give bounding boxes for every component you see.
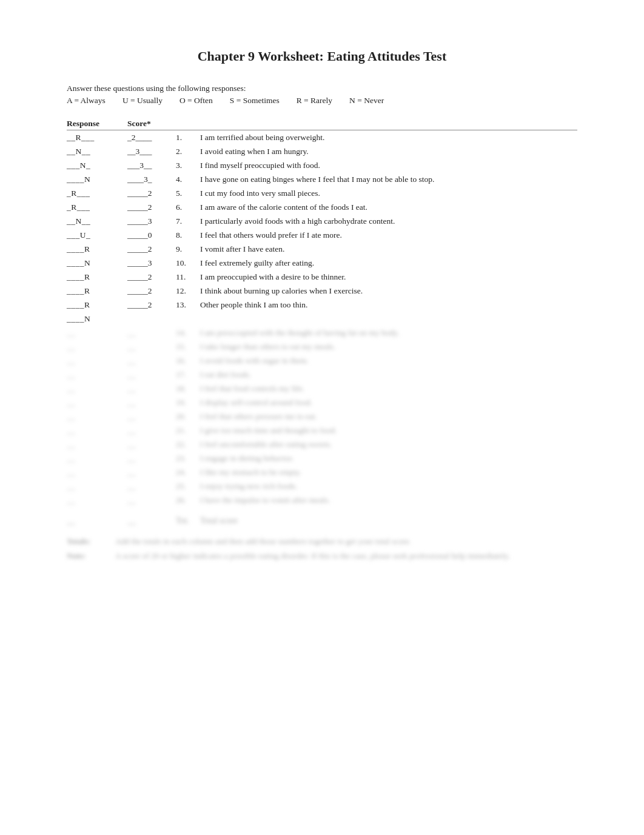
table-header: Response Score*	[67, 119, 577, 130]
row-response: ____R	[67, 244, 127, 254]
row-text: I am terrified about being overweight.	[200, 133, 577, 143]
row-num: 6.	[176, 203, 200, 212]
row-response: __	[67, 328, 127, 338]
row-text: I avoid foods with sugar in them.	[200, 356, 577, 366]
total-row: __ __ Tot. Total score	[67, 516, 577, 526]
page-title: Chapter 9 Worksheet: Eating Attitudes Te…	[67, 49, 577, 64]
row-text: I feel uncomfortable after eating sweets…	[200, 440, 577, 449]
row-response: ___N_	[67, 161, 127, 170]
row-num: 8.	[176, 230, 200, 240]
row-response: __	[67, 412, 127, 421]
row-num: 3.	[176, 161, 200, 170]
note-totals-text: Add the totals in each column and then a…	[115, 537, 411, 546]
row-text: I display self-control around food.	[200, 398, 577, 407]
row-score: ___3__	[127, 161, 176, 170]
totals-col-num: Tot.	[176, 516, 200, 526]
row-text: I feel that others would prefer if I ate…	[200, 230, 577, 240]
row-score: _____2	[127, 189, 176, 198]
row-text: I engage in dieting behavior.	[200, 454, 577, 463]
row-score: __	[127, 342, 176, 352]
row-text: I cut my food into very small pieces.	[200, 189, 577, 198]
page: Chapter 9 Worksheet: Eating Attitudes Te…	[0, 0, 644, 835]
table-row: __N__ __3___ 2. I avoid eating when I am…	[67, 147, 577, 160]
legend-item-always: A = Always	[67, 96, 106, 106]
row-num: 25.	[176, 481, 200, 491]
table-row: _R___ _____2 5. I cut my food into very …	[67, 189, 577, 202]
row-text: I find myself preoccupied with food.	[200, 161, 577, 170]
row-score: __	[127, 454, 176, 463]
table-row: __N__ _____3 7. I particularly avoid foo…	[67, 216, 577, 230]
row-num: 13.	[176, 300, 200, 310]
row-num: 14.	[176, 328, 200, 338]
row-response: _R___	[67, 203, 127, 212]
note-totals: Totals: Add the totals in each column an…	[67, 537, 577, 546]
row-num: 26.	[176, 495, 200, 505]
row-response: __	[67, 481, 127, 491]
legend-item-rarely: R = Rarely	[297, 96, 332, 106]
row-response: ____R	[67, 300, 127, 310]
table-row-blurred: __ __ 26. I have the impulse to vomit af…	[67, 495, 577, 509]
row-score: __	[127, 440, 176, 449]
row-num: 16.	[176, 356, 200, 366]
row-score: _____2	[127, 203, 176, 212]
row-response: __N__	[67, 147, 127, 156]
note-warning: Note: A score of 20 or higher indicates …	[67, 551, 577, 561]
row-response: __N__	[67, 216, 127, 226]
row-response: __	[67, 370, 127, 380]
row-num: 2.	[176, 147, 200, 156]
row-text: I am preoccupied with a desire to be thi…	[200, 272, 577, 282]
row-response: __	[67, 384, 127, 394]
row-text: I avoid eating when I am hungry.	[200, 147, 577, 156]
row-response: ____N	[67, 175, 127, 184]
header-num	[176, 119, 200, 129]
row-score: __	[127, 384, 176, 394]
row-score: __3___	[127, 147, 176, 156]
row-num: 5.	[176, 189, 200, 198]
table-row-blurred: __ __ 17. I eat diet foods.	[67, 370, 577, 383]
table-row-blurred: __ __ 18. I feel that food controls my l…	[67, 384, 577, 397]
row-text: I like my stomach to be empty.	[200, 468, 577, 477]
legend: A = Always U = Usually O = Often S = Som…	[67, 96, 577, 106]
row-num: 4.	[176, 175, 200, 184]
row-num: 24.	[176, 468, 200, 477]
row-num: 10.	[176, 258, 200, 268]
row-score: _____2	[127, 300, 176, 310]
row-score: __	[127, 398, 176, 407]
table-row: __R___ _2____ 1. I am terrified about be…	[67, 133, 577, 146]
table-row-blurred: __ __ 20. I feel that others pressure me…	[67, 412, 577, 425]
row-text: I vomit after I have eaten.	[200, 244, 577, 254]
note-totals-label: Totals:	[67, 537, 115, 546]
row-num: 21.	[176, 426, 200, 435]
row-num: 11.	[176, 272, 200, 282]
notes-section: Totals: Add the totals in each column an…	[67, 537, 577, 561]
row-response: ____R	[67, 272, 127, 282]
table-row: ____N ____3_ 4. I have gone on eating bi…	[67, 175, 577, 188]
row-text: I feel that food controls my life.	[200, 384, 577, 394]
table-row: ____N	[67, 314, 577, 327]
row-response: _R___	[67, 189, 127, 198]
row-score: _2____	[127, 133, 176, 143]
row-score: _____3	[127, 216, 176, 226]
table-row: ____R _____2 13. Other people think I am…	[67, 300, 577, 314]
row-response: __	[67, 468, 127, 477]
row-score: _____0	[127, 230, 176, 240]
table-row: ____R _____2 12. I think about burning u…	[67, 286, 577, 300]
row-score: __	[127, 370, 176, 380]
row-num: 18.	[176, 384, 200, 394]
row-score: __	[127, 356, 176, 366]
table-row-blurred: __ __ 16. I avoid foods with sugar in th…	[67, 356, 577, 369]
row-response: __	[67, 342, 127, 352]
row-response: __	[67, 356, 127, 366]
table-row: ____N _____3 10. I feel extremely guilty…	[67, 258, 577, 272]
row-score: __	[127, 481, 176, 491]
row-response: __R___	[67, 133, 127, 143]
row-num: 17.	[176, 370, 200, 380]
row-text: I give too much time and thought to food…	[200, 426, 577, 435]
row-score: _____2	[127, 244, 176, 254]
row-response: ____R	[67, 286, 127, 296]
row-score: __	[127, 412, 176, 421]
row-response: __	[67, 440, 127, 449]
row-response: ____N	[67, 314, 127, 324]
row-num: 19.	[176, 398, 200, 407]
row-text: I am preoccupied with the thought of hav…	[200, 328, 577, 338]
